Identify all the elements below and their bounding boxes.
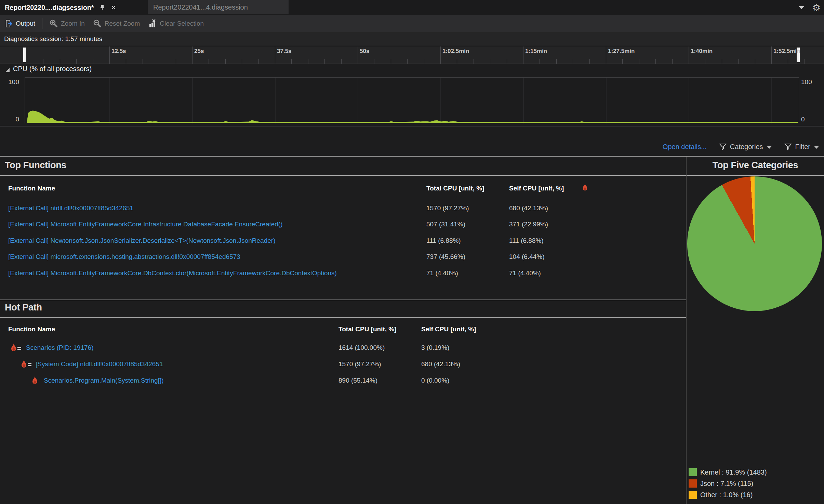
col-total-cpu[interactable]: Total CPU [unit, %] (338, 326, 397, 333)
self-cpu-value: 371 (22.99%) (509, 221, 548, 228)
cpu-usage-chart[interactable] (25, 77, 799, 123)
close-icon[interactable] (111, 5, 116, 10)
flame-icon (31, 376, 38, 385)
document-tab-bar: Report20220....diagsession* Report202204… (0, 0, 824, 15)
reset-zoom-button[interactable]: Reset Zoom (89, 15, 144, 32)
legend-label: Kernel : 91.9% (1483) (700, 468, 767, 476)
ruler-minor-tick (805, 59, 805, 64)
reset-zoom-icon (93, 19, 102, 28)
ruler-major-tick (358, 47, 358, 64)
ruler-minor-tick (291, 59, 292, 64)
table-row[interactable]: [External Call] Microsoft.EntityFramewor… (0, 266, 685, 281)
col-function-name[interactable]: Function Name (8, 185, 55, 192)
ruler-minor-tick (43, 59, 43, 64)
col-self-cpu[interactable]: Self CPU [unit, %] (509, 185, 564, 192)
ruler-minor-tick (126, 59, 126, 64)
self-cpu-value: 680 (42.13%) (509, 204, 548, 212)
total-cpu-value: 1570 (97.27%) (338, 360, 381, 368)
function-link[interactable]: [External Call] ntdll.dll!0x00007ff85d34… (8, 204, 133, 212)
ruler-minor-tick (143, 59, 143, 64)
col-function-name[interactable]: Function Name (8, 326, 55, 333)
function-link[interactable]: [External Call] Microsoft.EntityFramewor… (8, 269, 337, 277)
hot-path-row[interactable]: Scenarios (PID: 19176) 1614 (100.00%) 3 … (0, 341, 685, 356)
clear-selection-button[interactable]: Clear Selection (144, 15, 208, 32)
tab-report-inactive[interactable]: Report2022041...4.diagsession (148, 0, 289, 14)
total-cpu-value: 507 (31.41%) (426, 221, 465, 228)
table-row[interactable]: [External Call] Newtonsoft.Json.JsonSeri… (0, 234, 685, 249)
ruler-minor-tick (225, 59, 226, 64)
filter-dropdown[interactable]: Filter (784, 143, 819, 151)
section-overline (0, 300, 686, 300)
timeline-ruler[interactable]: 12.5s25s37.5s50s1:02.5min1:15min1:27.5mi… (0, 47, 824, 64)
ruler-major-tick (109, 47, 110, 64)
total-cpu-value: 71 (4.40%) (426, 269, 458, 277)
function-link[interactable]: [External Call] Newtonsoft.Json.JsonSeri… (8, 237, 275, 244)
total-cpu-value: 111 (6.88%) (426, 237, 461, 244)
legend-item-json: Json : 7.1% (115) (689, 479, 753, 488)
ruler-minor-tick (391, 59, 391, 64)
reset-zoom-label: Reset Zoom (105, 20, 140, 27)
ruler-minor-tick (341, 59, 342, 64)
zoom-in-icon (49, 19, 58, 28)
filter-label: Filter (795, 143, 810, 151)
col-self-cpu[interactable]: Self CPU [unit, %] (421, 326, 476, 333)
tab-label: Report2022041...4.diagsession (153, 3, 248, 11)
hot-path-row[interactable]: [System Code] ntdll.dll!0x00007ff85d3426… (0, 357, 685, 372)
total-cpu-value: 1614 (100.00%) (338, 344, 385, 352)
ruler-minor-tick (507, 59, 507, 64)
ruler-major-tick (606, 47, 606, 64)
tab-report-active[interactable]: Report20220....diagsession* (0, 0, 116, 15)
vs-profiler-window: Report20220....diagsession* Report202204… (0, 0, 824, 504)
ruler-tick-label: 1:52.5min (773, 48, 800, 55)
pin-icon[interactable] (99, 4, 105, 11)
ruler-minor-tick (324, 59, 325, 64)
function-link[interactable]: [System Code] ntdll.dll!0x00007ff85d3426… (36, 360, 163, 368)
table-row[interactable]: [External Call] microsoft.extensions.hos… (0, 250, 685, 265)
col-total-cpu[interactable]: Total CPU [unit, %] (426, 185, 484, 192)
tab-bar-controls: ⚙ (799, 0, 821, 15)
zoom-in-button[interactable]: Zoom In (45, 15, 89, 32)
title-underline (0, 317, 686, 318)
categories-label: Categories (730, 143, 763, 151)
output-label: Output (16, 20, 35, 27)
self-cpu-value: 104 (6.44%) (509, 253, 545, 261)
ruler-tick-label: 12.5s (111, 48, 126, 55)
ruler-minor-tick (655, 59, 656, 64)
total-cpu-value: 737 (45.66%) (426, 253, 465, 261)
ruler-minor-tick (474, 59, 474, 64)
ruler-minor-tick (722, 59, 722, 64)
table-row[interactable]: [External Call] Microsoft.EntityFramewor… (0, 217, 685, 232)
ruler-major-tick (192, 47, 192, 64)
tab-list-dropdown-icon[interactable] (799, 6, 804, 9)
ruler-major-tick (689, 47, 689, 64)
output-button[interactable]: Output (0, 15, 39, 32)
ruler-minor-tick (176, 59, 176, 64)
collapse-expander-icon[interactable] (5, 67, 10, 73)
output-icon (4, 19, 13, 28)
chevron-down-icon (814, 146, 819, 149)
funnel-icon (784, 143, 792, 150)
ruler-major-tick (771, 47, 772, 64)
function-link[interactable]: [External Call] microsoft.extensions.hos… (8, 253, 240, 261)
gear-icon[interactable]: ⚙ (812, 3, 821, 12)
session-duration-label: Diagnostics session: 1:57 minutes (4, 35, 102, 43)
ruler-minor-tick (60, 59, 60, 64)
categories-dropdown[interactable]: Categories (719, 143, 772, 151)
ruler-minor-tick (159, 59, 159, 64)
ruler-tick-label: 1:02.5min (442, 48, 469, 55)
function-link[interactable]: [External Call] Microsoft.EntityFramewor… (8, 221, 283, 228)
function-link[interactable]: Scenarios.Program.Main(System.String[]) (44, 377, 164, 384)
hot-path-flame-icon (10, 343, 22, 352)
function-link[interactable]: Scenarios (PID: 19176) (26, 344, 94, 352)
ruler-minor-tick (242, 59, 242, 64)
open-details-link[interactable]: Open details... (663, 143, 707, 151)
table-row[interactable]: [External Call] ntdll.dll!0x00007ff85d34… (0, 201, 685, 216)
ruler-minor-tick (93, 59, 93, 64)
ruler-minor-tick (424, 59, 424, 64)
hot-path-row[interactable]: Scenarios.Program.Main(System.String[]) … (0, 373, 685, 388)
hot-path-flame-icon (21, 360, 32, 369)
timeline-left-handle[interactable] (23, 48, 26, 62)
flame-sort-icon (582, 183, 588, 191)
top-five-categories-title: Top Five Categories (687, 160, 824, 171)
toolbar-separator (42, 18, 42, 29)
